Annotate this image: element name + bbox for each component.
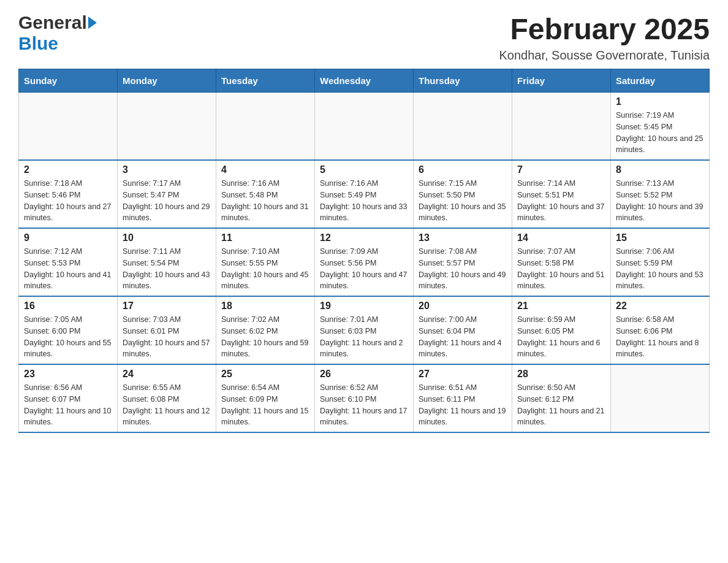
day-number: 20	[419, 301, 507, 312]
day-number: 27	[419, 369, 507, 380]
calendar-table: Sunday Monday Tuesday Wednesday Thursday…	[18, 69, 710, 433]
table-row: 9Sunrise: 7:12 AMSunset: 5:53 PMDaylight…	[19, 228, 118, 296]
day-info: Sunrise: 7:13 AMSunset: 5:52 PMDaylight:…	[616, 178, 704, 224]
day-info: Sunrise: 6:56 AMSunset: 6:07 PMDaylight:…	[24, 382, 112, 428]
day-number: 15	[616, 232, 704, 243]
table-row: 16Sunrise: 7:05 AMSunset: 6:00 PMDayligh…	[19, 296, 118, 364]
day-number: 3	[123, 164, 211, 175]
header-thursday: Thursday	[414, 69, 512, 93]
calendar-subtitle: Kondhar, Sousse Governorate, Tunisia	[499, 48, 710, 63]
day-info: Sunrise: 6:55 AMSunset: 6:08 PMDaylight:…	[123, 382, 211, 428]
day-info: Sunrise: 7:18 AMSunset: 5:46 PMDaylight:…	[24, 178, 112, 224]
day-number: 9	[24, 232, 112, 243]
day-number: 6	[419, 164, 507, 175]
day-info: Sunrise: 7:08 AMSunset: 5:57 PMDaylight:…	[419, 246, 507, 292]
day-info: Sunrise: 7:19 AMSunset: 5:45 PMDaylight:…	[616, 110, 704, 156]
table-row: 25Sunrise: 6:54 AMSunset: 6:09 PMDayligh…	[216, 364, 315, 432]
table-row	[315, 93, 414, 161]
table-row	[19, 93, 118, 161]
table-row: 6Sunrise: 7:15 AMSunset: 5:50 PMDaylight…	[414, 160, 512, 228]
day-number: 1	[616, 96, 704, 107]
day-info: Sunrise: 7:10 AMSunset: 5:55 PMDaylight:…	[221, 246, 309, 292]
table-row	[118, 93, 216, 161]
header-monday: Monday	[118, 69, 216, 93]
day-info: Sunrise: 7:11 AMSunset: 5:54 PMDaylight:…	[123, 246, 211, 292]
day-info: Sunrise: 7:12 AMSunset: 5:53 PMDaylight:…	[24, 246, 112, 292]
header-friday: Friday	[512, 69, 611, 93]
day-number: 26	[320, 369, 408, 380]
day-number: 18	[221, 301, 309, 312]
table-row: 8Sunrise: 7:13 AMSunset: 5:52 PMDaylight…	[611, 160, 710, 228]
calendar-week-row: 2Sunrise: 7:18 AMSunset: 5:46 PMDaylight…	[19, 160, 710, 228]
day-number: 8	[616, 164, 704, 175]
title-block: February 2025 Kondhar, Sousse Governorat…	[499, 12, 710, 63]
day-info: Sunrise: 6:58 AMSunset: 6:06 PMDaylight:…	[616, 314, 704, 360]
calendar-week-row: 16Sunrise: 7:05 AMSunset: 6:00 PMDayligh…	[19, 296, 710, 364]
day-number: 25	[221, 369, 309, 380]
table-row: 27Sunrise: 6:51 AMSunset: 6:11 PMDayligh…	[414, 364, 512, 432]
table-row: 3Sunrise: 7:17 AMSunset: 5:47 PMDaylight…	[118, 160, 216, 228]
day-number: 7	[517, 164, 605, 175]
logo: General Blue	[18, 12, 98, 54]
day-info: Sunrise: 6:52 AMSunset: 6:10 PMDaylight:…	[320, 382, 408, 428]
header-tuesday: Tuesday	[216, 69, 315, 93]
day-info: Sunrise: 7:09 AMSunset: 5:56 PMDaylight:…	[320, 246, 408, 292]
day-number: 14	[517, 232, 605, 243]
table-row	[414, 93, 512, 161]
day-info: Sunrise: 7:01 AMSunset: 6:03 PMDaylight:…	[320, 314, 408, 360]
table-row: 14Sunrise: 7:07 AMSunset: 5:58 PMDayligh…	[512, 228, 611, 296]
day-number: 2	[24, 164, 112, 175]
day-number: 4	[221, 164, 309, 175]
table-row	[611, 364, 710, 432]
table-row: 1Sunrise: 7:19 AMSunset: 5:45 PMDaylight…	[611, 93, 710, 161]
table-row: 5Sunrise: 7:16 AMSunset: 5:49 PMDaylight…	[315, 160, 414, 228]
logo-general-text: General	[18, 12, 87, 33]
day-info: Sunrise: 7:03 AMSunset: 6:01 PMDaylight:…	[123, 314, 211, 360]
calendar-week-row: 23Sunrise: 6:56 AMSunset: 6:07 PMDayligh…	[19, 364, 710, 432]
calendar-week-row: 1Sunrise: 7:19 AMSunset: 5:45 PMDaylight…	[19, 93, 710, 161]
table-row: 18Sunrise: 7:02 AMSunset: 6:02 PMDayligh…	[216, 296, 315, 364]
day-number: 13	[419, 232, 507, 243]
header-wednesday: Wednesday	[315, 69, 414, 93]
day-number: 16	[24, 301, 112, 312]
table-row: 17Sunrise: 7:03 AMSunset: 6:01 PMDayligh…	[118, 296, 216, 364]
table-row: 7Sunrise: 7:14 AMSunset: 5:51 PMDaylight…	[512, 160, 611, 228]
day-info: Sunrise: 7:14 AMSunset: 5:51 PMDaylight:…	[517, 178, 605, 224]
calendar-header-row: Sunday Monday Tuesday Wednesday Thursday…	[19, 69, 710, 93]
day-info: Sunrise: 6:54 AMSunset: 6:09 PMDaylight:…	[221, 382, 309, 428]
day-number: 28	[517, 369, 605, 380]
logo-blue-text: Blue	[18, 33, 58, 53]
table-row: 12Sunrise: 7:09 AMSunset: 5:56 PMDayligh…	[315, 228, 414, 296]
day-number: 19	[320, 301, 408, 312]
day-number: 22	[616, 301, 704, 312]
day-number: 10	[123, 232, 211, 243]
day-info: Sunrise: 7:16 AMSunset: 5:49 PMDaylight:…	[320, 178, 408, 224]
day-info: Sunrise: 7:06 AMSunset: 5:59 PMDaylight:…	[616, 246, 704, 292]
table-row: 2Sunrise: 7:18 AMSunset: 5:46 PMDaylight…	[19, 160, 118, 228]
table-row: 15Sunrise: 7:06 AMSunset: 5:59 PMDayligh…	[611, 228, 710, 296]
day-info: Sunrise: 7:07 AMSunset: 5:58 PMDaylight:…	[517, 246, 605, 292]
day-info: Sunrise: 7:16 AMSunset: 5:48 PMDaylight:…	[221, 178, 309, 224]
table-row: 24Sunrise: 6:55 AMSunset: 6:08 PMDayligh…	[118, 364, 216, 432]
logo-arrow-icon	[88, 17, 97, 29]
day-info: Sunrise: 7:00 AMSunset: 6:04 PMDaylight:…	[419, 314, 507, 360]
page-header: General Blue February 2025 Kondhar, Sous…	[18, 12, 710, 63]
day-number: 21	[517, 301, 605, 312]
day-number: 11	[221, 232, 309, 243]
day-info: Sunrise: 7:05 AMSunset: 6:00 PMDaylight:…	[24, 314, 112, 360]
table-row: 4Sunrise: 7:16 AMSunset: 5:48 PMDaylight…	[216, 160, 315, 228]
header-saturday: Saturday	[611, 69, 710, 93]
day-info: Sunrise: 7:02 AMSunset: 6:02 PMDaylight:…	[221, 314, 309, 360]
table-row	[216, 93, 315, 161]
day-number: 5	[320, 164, 408, 175]
day-info: Sunrise: 7:15 AMSunset: 5:50 PMDaylight:…	[419, 178, 507, 224]
day-number: 12	[320, 232, 408, 243]
table-row: 26Sunrise: 6:52 AMSunset: 6:10 PMDayligh…	[315, 364, 414, 432]
day-info: Sunrise: 6:50 AMSunset: 6:12 PMDaylight:…	[517, 382, 605, 428]
day-info: Sunrise: 6:59 AMSunset: 6:05 PMDaylight:…	[517, 314, 605, 360]
table-row: 23Sunrise: 6:56 AMSunset: 6:07 PMDayligh…	[19, 364, 118, 432]
header-sunday: Sunday	[19, 69, 118, 93]
table-row: 13Sunrise: 7:08 AMSunset: 5:57 PMDayligh…	[414, 228, 512, 296]
table-row: 21Sunrise: 6:59 AMSunset: 6:05 PMDayligh…	[512, 296, 611, 364]
table-row: 19Sunrise: 7:01 AMSunset: 6:03 PMDayligh…	[315, 296, 414, 364]
